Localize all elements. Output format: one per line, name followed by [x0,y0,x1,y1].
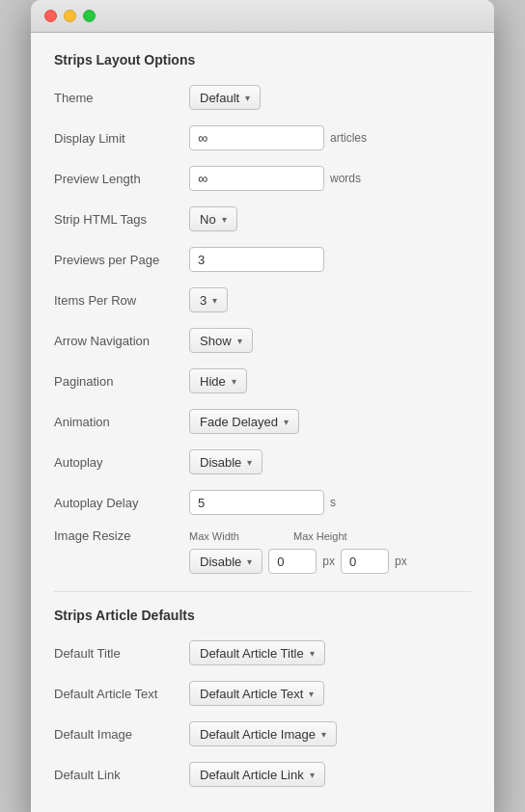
theme-label: Theme [54,91,189,105]
default-title-arrow: ▾ [310,648,315,659]
items-per-row-dropdown[interactable]: 3 ▾ [189,287,228,312]
theme-dropdown-arrow: ▾ [245,93,250,103]
autoplay-delay-label: Autoplay Delay [54,496,189,510]
image-resize-inputs-row: Disable ▾ px px [54,547,471,576]
content-area: Strips Layout Options Theme Default ▾ Di… [31,33,494,812]
main-window: Strips Layout Options Theme Default ▾ Di… [31,0,494,812]
arrow-navigation-row: Arrow Navigation Show ▾ [54,326,471,355]
preview-length-unit: words [330,172,361,185]
pagination-dropdown[interactable]: Hide ▾ [189,368,247,393]
display-limit-row: Display Limit articles [54,123,471,152]
default-title-dropdown[interactable]: Default Article Title ▾ [189,640,325,665]
default-article-text-control: Default Article Text ▾ [189,681,471,706]
default-link-label: Default Link [54,768,189,782]
defaults-section-title: Strips Article Defaults [54,608,471,623]
default-title-label: Default Title [54,646,189,661]
strip-html-row: Strip HTML Tags No ▾ [54,204,471,233]
previews-per-page-input[interactable] [189,247,324,272]
pagination-arrow: ▾ [232,376,236,387]
preview-length-row: Preview Length words [54,164,471,193]
arrow-navigation-arrow: ▾ [237,336,242,346]
max-height-unit: px [395,555,407,568]
default-article-text-row: Default Article Text Default Article Tex… [54,679,471,708]
image-resize-arrow: ▾ [247,556,252,567]
maximize-button[interactable] [83,10,96,22]
max-height-label: Max Height [293,530,347,542]
animation-arrow: ▾ [284,417,289,427]
autoplay-dropdown[interactable]: Disable ▾ [189,449,262,474]
preview-length-control: words [189,166,471,191]
strip-html-control: No ▾ [189,206,471,231]
items-per-row-control: 3 ▾ [189,287,471,312]
arrow-navigation-dropdown[interactable]: Show ▾ [189,328,253,353]
arrow-navigation-control: Show ▾ [189,328,471,353]
items-per-row-label: Items Per Row [54,293,189,308]
max-height-input[interactable] [341,549,389,574]
default-image-arrow: ▾ [321,729,326,740]
strip-html-dropdown[interactable]: No ▾ [189,206,237,231]
default-link-arrow: ▾ [310,770,315,780]
display-limit-input[interactable] [189,125,324,150]
autoplay-delay-unit: s [330,496,336,509]
animation-row: Animation Fade Delayed ▾ [54,407,471,436]
previews-per-page-row: Previews per Page [54,245,471,274]
pagination-control: Hide ▾ [189,368,471,393]
arrow-navigation-label: Arrow Navigation [54,334,189,348]
image-resize-controls: Max Width Max Height [189,530,347,542]
default-article-text-dropdown[interactable]: Default Article Text ▾ [189,681,324,706]
preview-length-input[interactable] [189,166,324,191]
image-resize-row: Image Resize Max Width Max Height [54,528,471,543]
items-per-row-arrow: ▾ [212,295,217,306]
max-width-unit: px [322,555,335,568]
image-resize-dropdown[interactable]: Disable ▾ [189,549,262,574]
theme-row: Theme Default ▾ [54,83,471,112]
animation-control: Fade Delayed ▾ [189,409,471,434]
max-width-label: Max Width [189,530,239,542]
default-title-control: Default Article Title ▾ [189,640,471,665]
titlebar [31,0,494,33]
default-link-row: Default Link Default Article Link ▾ [54,760,471,789]
autoplay-delay-row: Autoplay Delay s [54,488,471,517]
display-limit-label: Display Limit [54,131,189,146]
autoplay-delay-input[interactable] [189,490,324,515]
minimize-button[interactable] [64,10,76,22]
previews-per-page-label: Previews per Page [54,253,189,267]
close-button[interactable] [44,10,57,22]
default-image-label: Default Image [54,727,189,742]
animation-dropdown[interactable]: Fade Delayed ▾ [189,409,299,434]
default-link-control: Default Article Link ▾ [189,762,471,787]
pagination-label: Pagination [54,374,189,389]
autoplay-row: Autoplay Disable ▾ [54,447,471,476]
display-limit-unit: articles [330,131,367,145]
preview-length-label: Preview Length [54,172,189,186]
default-title-row: Default Title Default Article Title ▾ [54,638,471,667]
theme-dropdown[interactable]: Default ▾ [189,85,261,110]
default-image-control: Default Article Image ▾ [189,721,471,746]
animation-label: Animation [54,415,189,429]
default-link-dropdown[interactable]: Default Article Link ▾ [189,762,325,787]
previews-per-page-control [189,247,471,272]
image-resize-label: Image Resize [54,528,189,543]
autoplay-arrow: ▾ [247,457,252,468]
default-article-text-arrow: ▾ [309,689,314,699]
pagination-row: Pagination Hide ▾ [54,366,471,395]
default-image-dropdown[interactable]: Default Article Image ▾ [189,721,337,746]
layout-section-title: Strips Layout Options [54,52,471,68]
image-resize-inputs: Disable ▾ px px [189,549,471,574]
strip-html-arrow: ▾ [222,214,227,225]
autoplay-delay-control: s [189,490,471,515]
display-limit-control: articles [189,125,471,150]
default-image-row: Default Image Default Article Image ▾ [54,719,471,748]
max-width-input[interactable] [268,549,317,574]
items-per-row-row: Items Per Row 3 ▾ [54,285,471,314]
autoplay-label: Autoplay [54,455,189,470]
strip-html-label: Strip HTML Tags [54,212,189,227]
autoplay-control: Disable ▾ [189,449,471,474]
section-divider [54,591,471,592]
default-article-text-label: Default Article Text [54,687,189,701]
theme-control: Default ▾ [189,85,471,110]
